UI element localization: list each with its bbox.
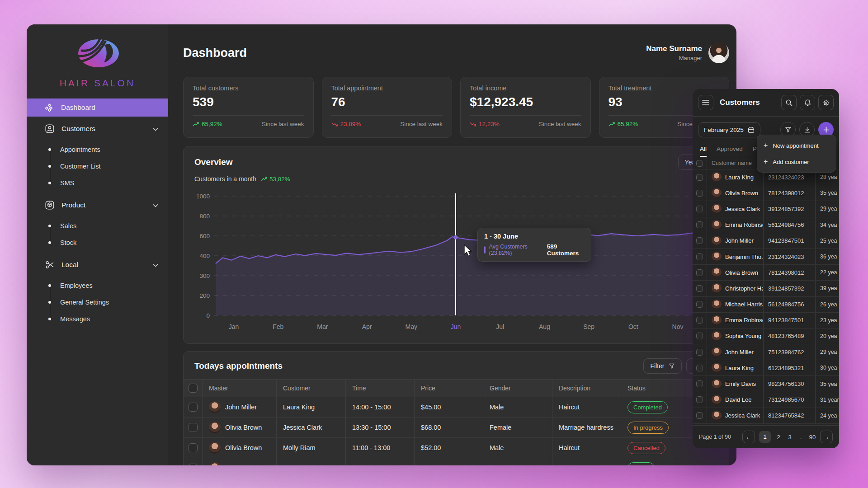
phone-cell: 61234895321	[764, 360, 816, 375]
list-item[interactable]: Michael Harris5612498475626 yea	[693, 297, 839, 313]
list-item[interactable]: John Miller7512398476229 yea	[693, 344, 839, 360]
gender-cell: Female	[483, 418, 552, 437]
tab-all[interactable]: All	[700, 145, 707, 157]
row-checkbox[interactable]	[696, 333, 703, 339]
overview-subtitle-row: Customers in a month 53,82%	[194, 175, 718, 183]
age-cell: 30 yea	[816, 360, 839, 375]
row-checkbox[interactable]	[696, 317, 703, 324]
row-checkbox[interactable]	[189, 464, 198, 465]
row-checkbox[interactable]	[696, 190, 703, 197]
sidebar-item-customers[interactable]: Customers	[27, 119, 168, 138]
stat-note: Since last week	[262, 121, 304, 127]
prev-page-button[interactable]: ←	[742, 431, 755, 443]
list-item[interactable]: Sophia Young4812376548920 yea	[693, 328, 839, 344]
phone-number: 61234895321	[768, 365, 804, 371]
stat-change: 23,89%	[331, 121, 361, 127]
column-header: Gender	[483, 380, 552, 397]
list-item[interactable]: Emma Robinson5612498475634 yea	[693, 217, 839, 233]
sidebar-item-label: Product	[61, 201, 85, 209]
row-checkbox[interactable]	[189, 403, 198, 412]
appointments-title: Todays appointments	[194, 361, 283, 371]
sidebar-item-messages[interactable]: Messages	[50, 310, 168, 327]
time-cell: 14:00 - 15:00	[346, 397, 415, 417]
list-item[interactable]: Emily Davis9823475613035 yea	[693, 376, 839, 392]
filter-button[interactable]: Filter	[643, 358, 681, 374]
list-item[interactable]: Jessica Clark3912485739229 yea	[693, 201, 839, 217]
list-item[interactable]: John Miller9412384750125 yea	[693, 233, 839, 249]
list-item[interactable]: David Lee7312498567031 year	[693, 392, 839, 408]
list-item[interactable]: Laura King6123489532130 yea	[693, 360, 839, 376]
select-all-checkbox[interactable]	[189, 384, 198, 393]
sidebar-item-sms[interactable]: SMS	[50, 174, 168, 191]
phone-number: 56124984756	[768, 301, 804, 308]
age-cell: 39 yea	[816, 281, 839, 296]
page-number[interactable]: 1	[759, 431, 771, 443]
date-picker[interactable]: February 2025	[698, 122, 760, 137]
row-checkbox[interactable]	[696, 253, 703, 260]
list-item[interactable]: Olivia Brown7812439801222 yea	[693, 265, 839, 281]
sidebar-item-product[interactable]: Product	[27, 196, 168, 215]
age-cell: 35 yea	[816, 376, 839, 391]
settings-button[interactable]	[818, 95, 834, 110]
phone-cell: 75123984762	[764, 344, 816, 360]
avatar	[712, 300, 722, 310]
row-checkbox[interactable]	[189, 443, 198, 452]
list-item[interactable]: Jessica Clark8123476584224 yea	[693, 408, 839, 424]
age-value: 23 yea	[820, 317, 837, 324]
sidebar-sub-product: Sales Stock	[50, 217, 168, 251]
row-checkbox[interactable]	[696, 301, 703, 308]
sidebar-item-dashboard[interactable]: Dashboard	[27, 99, 168, 117]
row-checkbox[interactable]	[696, 221, 703, 228]
row-checkbox-cell	[693, 217, 707, 233]
x-axis-label: Oct	[628, 323, 638, 330]
avatar[interactable]	[708, 42, 729, 63]
page-number[interactable]: 2	[775, 434, 782, 441]
menu-item-new-appointment[interactable]: +New appointment	[757, 137, 836, 154]
row-checkbox[interactable]	[696, 380, 703, 387]
tab-approved[interactable]: Approved	[717, 145, 743, 157]
menu-button[interactable]	[698, 95, 713, 110]
list-item[interactable]: Christopher Hall3912485739239 yea	[693, 281, 839, 296]
row-checkbox[interactable]	[696, 237, 703, 244]
row-checkbox[interactable]	[696, 396, 703, 403]
menu-item-add-customer[interactable]: +Add customer	[757, 154, 836, 170]
row-checkbox[interactable]	[696, 349, 703, 356]
select-all-checkbox[interactable]	[696, 160, 703, 167]
notifications-button[interactable]	[800, 95, 815, 110]
customer-name-cell: Christopher Hall	[707, 281, 764, 296]
row-checkbox[interactable]	[696, 269, 703, 276]
list-item[interactable]: Emma Robinson9412384750123 yea	[693, 313, 839, 328]
sidebar-item-local[interactable]: Local	[27, 255, 168, 274]
row-checkbox[interactable]	[189, 423, 198, 432]
row-checkbox[interactable]	[696, 412, 703, 419]
avatar	[712, 188, 722, 198]
row-checkbox[interactable]	[696, 285, 703, 292]
age-cell: 23 yea	[816, 313, 839, 328]
appointments-card: Todays appointments Filter Export Master…	[183, 351, 729, 465]
add-dropdown-menu: +New appointment+Add customer	[757, 135, 836, 173]
search-button[interactable]	[781, 95, 797, 110]
page-number[interactable]: 90	[809, 434, 816, 441]
age-cell: 29 yea	[816, 201, 839, 216]
row-checkbox[interactable]	[696, 206, 703, 212]
customers-chart[interactable]: 10008006004003002000JanFebMarAprMayJunJu…	[188, 188, 729, 337]
column-header: Description	[552, 380, 621, 397]
sidebar-item-stock[interactable]: Stock	[50, 234, 168, 251]
row-checkbox[interactable]	[696, 174, 703, 181]
phone-cell: 56124984756	[764, 297, 816, 312]
sidebar-item-sales[interactable]: Sales	[50, 217, 168, 234]
sidebar-item-appointments[interactable]: Appointments	[50, 141, 168, 158]
sidebar-item-customer-list[interactable]: Customer List	[50, 158, 168, 174]
age-value: 24 yea	[820, 413, 837, 419]
avatar	[712, 267, 722, 277]
sidebar-sub-customers: Appointments Customer List SMS	[50, 141, 168, 191]
sidebar-item-employees[interactable]: Employees	[50, 277, 168, 294]
list-item[interactable]: Olivia Brown7812439801235 yea	[693, 185, 839, 201]
sidebar-item-general-settings[interactable]: General Settings	[50, 294, 168, 310]
list-item[interactable]: Benjamin Tho...2312432402336 yea	[693, 249, 839, 265]
row-checkbox[interactable]	[696, 365, 703, 371]
next-page-button[interactable]: →	[820, 431, 833, 443]
chart-tooltip: 1 - 30 June Avg Customers (23,82%) 589 C…	[477, 228, 591, 262]
user-role: Manager	[646, 55, 702, 61]
page-number[interactable]: 3	[786, 434, 793, 441]
